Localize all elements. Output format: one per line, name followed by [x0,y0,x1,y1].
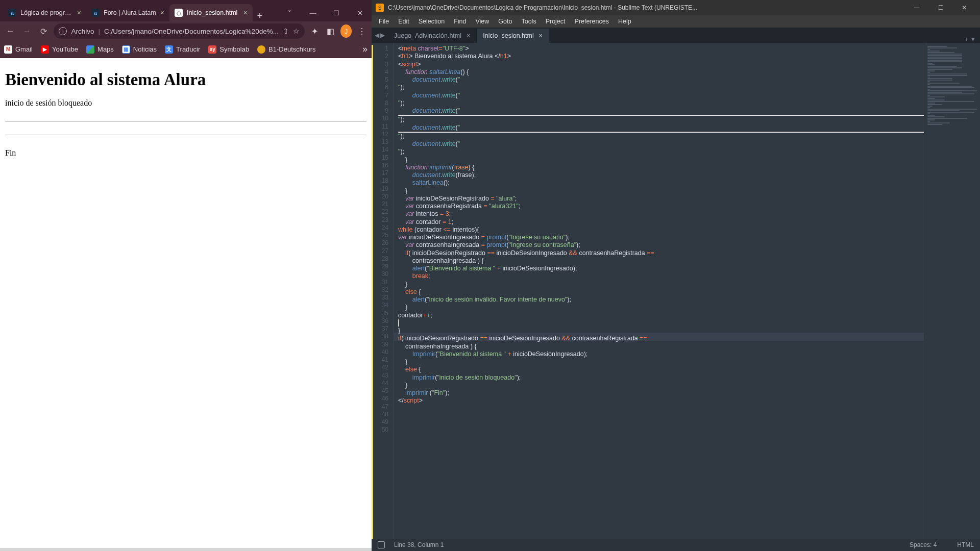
editor-tab-bar: ◀ ▶ Juego_Adivinación.html × Inicio_sesi… [372,28,980,43]
close-icon[interactable]: × [539,32,543,39]
tab-title: Lógica de program [20,9,73,16]
url-text: C:/Users/jmano/OneDrive/Documentos/Logic… [104,28,279,35]
back-icon[interactable]: ◀ [375,32,379,39]
menu-bar: File Edit Selection Find View Goto Tools… [372,15,980,28]
close-icon[interactable]: × [77,9,81,17]
youtube-icon: ▶ [41,45,49,54]
star-icon[interactable]: ☆ [293,27,300,35]
menu-icon[interactable]: ⋮ [356,24,368,38]
bookmark-maps[interactable]: Maps [86,45,114,54]
page-scrollbar[interactable] [0,548,372,551]
tab-history-nav: ◀ ▶ [372,28,388,43]
bookmark-noticias[interactable]: ▦Noticias [122,45,157,54]
menu-edit[interactable]: Edit [394,18,413,25]
tab-title: Foro | Alura Latam [104,9,156,16]
sidepanel-icon[interactable]: ◧ [325,24,336,38]
gmail-icon: M [4,45,12,54]
forward-button[interactable]: → [20,24,33,38]
rendered-page: Bienvenido al sistema Alura inicio de se… [0,58,372,548]
url-prefix: Archivo [71,28,94,35]
bookmark-symbolab[interactable]: sySymbolab [208,45,249,54]
avatar[interactable]: J [340,24,352,38]
syntax-setting[interactable]: HTML [957,541,974,548]
bookmark-b1[interactable]: B1-Deutschkurs [257,45,315,54]
back-button[interactable]: ← [4,24,16,38]
panel-icon[interactable] [378,541,385,548]
new-tab-button[interactable]: + [253,11,267,21]
editor-tab-active[interactable]: Inicio_sesion.html × [477,29,549,43]
minimize-icon[interactable]: — [905,0,929,15]
menu-project[interactable]: Project [542,18,570,25]
reload-button[interactable]: ⟳ [37,24,50,38]
menu-find[interactable]: Find [450,18,470,25]
browser-tab[interactable]: a Foro | Alura Latam × [86,4,169,21]
menu-view[interactable]: View [471,18,493,25]
maps-icon [86,45,94,54]
favicon-icon: a [8,9,16,17]
tab-title: Inicio_sesion.html [187,9,239,16]
close-icon[interactable]: ✕ [348,4,372,21]
menu-file[interactable]: File [375,18,393,25]
favicon-icon: a [91,9,100,17]
window-title: C:\Users\jmano\OneDrive\Documentos\Logic… [388,4,697,11]
menu-help[interactable]: Help [614,18,635,25]
page-fin: Fin [5,148,366,158]
status-bar: Line 38, Column 1 Spaces: 4 HTML [372,539,980,551]
bookmarks-more[interactable]: » [362,44,368,55]
minimize-icon[interactable]: — [301,4,325,21]
cursor-position: Line 38, Column 1 [394,541,444,548]
page-message: inicio de sesión bloqueado [5,98,366,108]
tab-strip: a Lógica de program × a Foro | Alura Lat… [0,0,372,21]
bookmark-traducir[interactable]: 文Traducir [165,45,200,54]
sublime-window: S C:\Users\jmano\OneDrive\Documentos\Log… [372,0,980,551]
chevron-down-icon[interactable]: ˅ [278,4,301,21]
minimap[interactable] [924,43,980,539]
separator: | [98,28,100,35]
menu-selection[interactable]: Selection [414,18,449,25]
close-icon[interactable]: × [467,32,470,39]
menu-goto[interactable]: Goto [494,18,516,25]
browser-toolbar: ← → ⟳ i Archivo | C:/Users/jmano/OneDriv… [0,21,372,41]
browser-tab[interactable]: a Lógica de program × [3,4,86,21]
tab-title: Inicio_sesion.html [483,32,533,39]
share-icon[interactable]: ⇧ [283,27,289,35]
bookmark-youtube[interactable]: ▶YouTube [41,45,78,54]
window-controls: — ☐ ✕ [905,0,976,15]
favicon-icon: ◌ [175,9,183,17]
sublime-titlebar: S C:\Users\jmano\OneDrive\Documentos\Log… [372,0,980,15]
browser-tab-active[interactable]: ◌ Inicio_sesion.html × [169,4,253,21]
maximize-icon[interactable]: ☐ [325,4,348,21]
tab-menu-icon[interactable]: ▾ [971,35,975,43]
tab-actions: + ▾ [959,35,980,43]
sublime-logo-icon: S [376,4,384,12]
bookmark-gmail[interactable]: MGmail [4,45,33,54]
bookmarks-bar: MGmail ▶YouTube Maps ▦Noticias 文Traducir… [0,41,372,58]
indent-setting[interactable]: Spaces: 4 [910,541,937,548]
add-tab-icon[interactable]: + [964,35,968,43]
editor-body: 1234567891011121314151617181920212223242… [372,43,980,539]
b1-icon [257,45,265,54]
menu-preferences[interactable]: Preferences [571,18,613,25]
divider [5,135,366,135]
translate-icon: 文 [165,45,173,54]
chrome-top: a Lógica de program × a Foro | Alura Lat… [0,0,372,58]
news-icon: ▦ [122,45,130,54]
symbolab-icon: sy [208,45,216,54]
window-controls: ˅ — ☐ ✕ [278,4,372,21]
menu-tools[interactable]: Tools [517,18,540,25]
editor-tab[interactable]: Juego_Adivinación.html × [388,29,477,43]
page-heading: Bienvenido al sistema Alura [5,70,366,89]
tab-title: Juego_Adivinación.html [394,32,461,39]
modified-indicator [372,45,373,539]
close-icon[interactable]: ✕ [952,0,976,15]
info-icon[interactable]: i [59,27,67,35]
close-icon[interactable]: × [243,9,248,17]
maximize-icon[interactable]: ☐ [929,0,952,15]
close-icon[interactable]: × [160,9,164,17]
extensions-icon[interactable]: ✦ [309,24,321,38]
divider [5,121,366,121]
forward-icon[interactable]: ▶ [380,32,385,39]
address-bar[interactable]: i Archivo | C:/Users/jmano/OneDrive/Docu… [54,23,305,39]
line-gutter[interactable]: 1234567891011121314151617181920212223242… [372,43,394,539]
code-area[interactable]: <meta charset="UTF-8"><h1> Bienvenido al… [394,43,924,539]
